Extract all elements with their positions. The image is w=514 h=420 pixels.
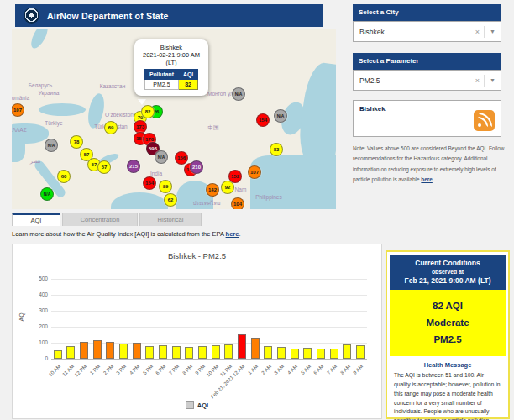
chart-bar[interactable] bbox=[343, 344, 351, 359]
chart-x-tick-label: 6 AM bbox=[313, 364, 325, 375]
aqi-map-marker[interactable]: 78 bbox=[70, 135, 83, 149]
aqi-map-marker[interactable]: N/A bbox=[45, 139, 58, 152]
chart-x-tick-label: 1 AM bbox=[247, 364, 259, 375]
chart-bar[interactable] bbox=[317, 349, 325, 359]
chart-x-tick-label: 9 PM bbox=[194, 364, 206, 375]
chart-bar[interactable] bbox=[106, 342, 114, 359]
aqi-map-marker[interactable]: 154 bbox=[143, 176, 156, 190]
chart-y-tick: 0 bbox=[28, 355, 48, 361]
chart-x-tick-label: 7 AM bbox=[326, 364, 338, 375]
aqi-map-marker[interactable]: 152 bbox=[228, 170, 242, 183]
chart-bar[interactable] bbox=[145, 346, 154, 359]
cc-health-title: Health Message bbox=[390, 361, 506, 369]
chart-gridline bbox=[51, 359, 367, 360]
aqi-map-marker[interactable]: 69 bbox=[104, 121, 118, 134]
chart-gridline bbox=[51, 295, 367, 296]
map-popup: Bishkek 2021-02-21 9:00 AM (LT) Pollutan… bbox=[134, 39, 208, 96]
aqi-map-marker[interactable]: 104 bbox=[231, 197, 244, 209]
aqi-map-marker[interactable]: 82 bbox=[141, 105, 155, 118]
chart-y-tick: 100 bbox=[28, 339, 48, 345]
chart-bar[interactable] bbox=[54, 350, 62, 359]
chart-bar[interactable] bbox=[356, 345, 365, 359]
rss-icon[interactable] bbox=[474, 110, 495, 131]
note-here-link[interactable]: here bbox=[421, 176, 433, 182]
chart-bar[interactable] bbox=[198, 346, 207, 359]
pacific-ocean-shape bbox=[296, 60, 336, 165]
app-title: AirNow Department of State bbox=[47, 11, 169, 21]
chart-bar[interactable] bbox=[185, 347, 193, 359]
chart-bar[interactable] bbox=[330, 349, 338, 359]
chart-bar[interactable] bbox=[212, 345, 220, 359]
epa-here-link[interactable]: here bbox=[226, 230, 239, 238]
aqi-map-marker[interactable]: 83 bbox=[270, 143, 283, 156]
rss-city-label: Bishkek bbox=[359, 105, 386, 113]
parameter-caret-down-icon[interactable]: ▼ bbox=[485, 77, 501, 83]
aqi-map-marker[interactable]: 57 bbox=[97, 160, 111, 174]
city-caret-down-icon[interactable]: ▼ bbox=[485, 29, 501, 34]
aqi-map-marker[interactable]: N/A bbox=[40, 187, 54, 201]
map-country-label: O'zbekiston bbox=[105, 112, 134, 118]
parameter-select[interactable]: PM2.5 × ▼ bbox=[353, 70, 501, 91]
popup-timezone: (LT) bbox=[138, 59, 205, 66]
cc-pollutant: PM2.5 bbox=[390, 331, 506, 348]
aqi-map-marker[interactable]: 210 bbox=[190, 160, 203, 174]
popup-aqi-value: 82 bbox=[178, 80, 197, 90]
aqi-map-marker[interactable]: 156 bbox=[175, 151, 188, 165]
chart-x-tick-label: 4 PM bbox=[128, 364, 140, 375]
aqi-map-marker[interactable]: 62 bbox=[164, 193, 177, 207]
aqi-map[interactable]: БеларусьУкраинаRomâniaTürkiyeΕΛΛΑΣКазахс… bbox=[12, 29, 336, 209]
chart-bar[interactable] bbox=[251, 338, 260, 359]
legend-label: AQI bbox=[197, 402, 208, 409]
map-country-label: România bbox=[12, 95, 29, 101]
tab-aqi[interactable]: AQI bbox=[12, 213, 60, 226]
chart-x-tick-label: 8 AM bbox=[339, 364, 351, 375]
cc-health-text: The AQI is between 51 and 100. Air quali… bbox=[390, 369, 506, 420]
chart-bar[interactable] bbox=[277, 347, 286, 359]
aqi-chart-panel: Bishkek - PM2.5 AQI 0100200300400500 10 … bbox=[12, 244, 382, 419]
aqi-map-marker[interactable]: 142 bbox=[206, 183, 219, 197]
aqi-map-marker[interactable]: N/A bbox=[155, 150, 168, 164]
legend-swatch[interactable] bbox=[186, 401, 194, 409]
chart-y-tick: 500 bbox=[28, 276, 48, 281]
aqi-map-marker[interactable]: 154 bbox=[256, 113, 270, 127]
chart-bar[interactable] bbox=[159, 345, 167, 359]
map-country-label: ประเทศไทย bbox=[192, 199, 220, 207]
chart-bar[interactable] bbox=[66, 346, 75, 359]
chart-bar[interactable] bbox=[224, 344, 233, 359]
chart-x-tick-label: 10 PM bbox=[206, 364, 220, 378]
city-select[interactable]: Bishkek × ▼ bbox=[353, 21, 501, 42]
aqi-map-marker[interactable]: 99 bbox=[159, 180, 172, 193]
chart-x-tick-label: 1 PM bbox=[89, 364, 101, 375]
parameter-clear-icon[interactable]: × bbox=[471, 76, 484, 85]
chart-bar[interactable] bbox=[133, 343, 141, 359]
map-country-label: Казахстан bbox=[100, 83, 125, 89]
chart-bar[interactable] bbox=[238, 334, 246, 359]
chart-bar[interactable] bbox=[172, 346, 181, 359]
chart-bar[interactable] bbox=[264, 346, 272, 359]
chart-gridline bbox=[51, 311, 367, 312]
chart-x-tick-label: 2 AM bbox=[260, 364, 272, 375]
mediterranean-sea-shape2 bbox=[12, 134, 25, 162]
aqi-map-marker[interactable]: N/A bbox=[232, 87, 245, 101]
aqi-map-marker[interactable]: 107 bbox=[12, 103, 24, 117]
chart-bar[interactable] bbox=[93, 340, 102, 359]
beyond-aqi-note: Note: Values above 500 are considered Be… bbox=[353, 144, 507, 186]
chart-bar[interactable] bbox=[291, 349, 299, 359]
map-country-label: Беларусь bbox=[29, 82, 52, 88]
tab-concentration[interactable]: Concentration bbox=[62, 213, 138, 226]
city-select-value: Bishkek bbox=[354, 28, 471, 36]
aqi-map-marker[interactable]: N/A bbox=[274, 109, 287, 123]
aqi-map-marker[interactable]: 215 bbox=[127, 160, 140, 173]
city-clear-icon[interactable]: × bbox=[471, 28, 484, 36]
airnow-page: AirNow Department of State БеларусьУкраи… bbox=[0, 0, 514, 420]
popup-city: Bishkek bbox=[138, 44, 205, 51]
chart-bar[interactable] bbox=[119, 344, 128, 359]
chart-bar[interactable] bbox=[80, 342, 88, 359]
cc-title: Current Conditions bbox=[391, 259, 504, 267]
chart-bar[interactable] bbox=[303, 348, 312, 359]
tab-historical[interactable]: Historical bbox=[139, 213, 202, 226]
aqi-map-marker[interactable]: 107 bbox=[248, 165, 261, 179]
popup-pollutant-value: PM2.5 bbox=[144, 80, 178, 90]
map-country-label: 中国 bbox=[208, 124, 219, 132]
aqi-map-marker[interactable]: 60 bbox=[57, 170, 71, 183]
